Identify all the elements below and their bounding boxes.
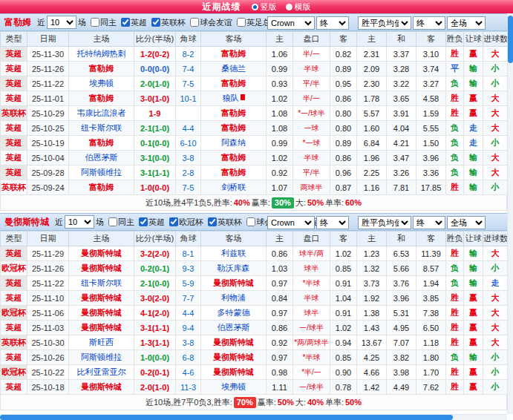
home-team-link[interactable]: 纽卡斯尔联 (81, 123, 122, 132)
team-name[interactable]: 曼彻斯特城 (4, 216, 49, 229)
match-score[interactable]: 0-2(0-1) (134, 261, 176, 276)
match-score[interactable]: 1-0(0-0) (134, 180, 176, 195)
home-team-link[interactable]: 富勒姆 (89, 138, 114, 147)
horizontal-scrollbar-thumb[interactable] (0, 415, 453, 420)
home-team-link[interactable]: 富勒姆 (89, 183, 114, 191)
match-count-select[interactable]: 10 (65, 215, 94, 229)
filter-checkbox[interactable] (237, 18, 246, 27)
filter-checkbox[interactable] (208, 217, 217, 226)
away-team-link[interactable]: 勒沃库森 (218, 263, 250, 272)
competition-filter[interactable]: 英超 (139, 217, 165, 228)
competition-filter[interactable]: 同主 (91, 17, 117, 28)
filter-checkbox[interactable] (121, 18, 130, 27)
vertical-scrollbar-thumb[interactable] (508, 16, 513, 63)
away-team-link[interactable]: 埃弗顿 (221, 382, 246, 391)
avg-stage-select[interactable]: 终 (413, 16, 445, 30)
filter-checkbox[interactable] (108, 217, 117, 226)
away-team-link[interactable]: 富勒姆 (221, 79, 246, 88)
away-team-link[interactable]: 利兹联 (221, 249, 246, 257)
home-team-link[interactable]: 托特纳姆热刺 (77, 49, 126, 58)
away-team-link[interactable]: 富勒姆 (221, 123, 246, 132)
horizontal-scrollbar[interactable] (0, 414, 507, 420)
match-score[interactable]: 1-9 (134, 106, 176, 121)
home-team-link[interactable]: 曼彻斯特城 (81, 382, 122, 391)
home-team-link[interactable]: 阿斯顿维拉 (81, 168, 122, 177)
away-team-link[interactable]: 富勒姆 (221, 168, 246, 177)
competition-filter[interactable]: 英联杯 (208, 217, 242, 228)
bookmaker-select[interactable]: Crown (267, 16, 315, 30)
filter-checkbox[interactable] (139, 217, 148, 226)
scope-select[interactable]: 全场 (447, 16, 486, 30)
vertical-scrollbar[interactable] (507, 13, 513, 414)
home-team-link[interactable]: 阿斯顿维拉 (81, 352, 122, 361)
filter-checkbox[interactable] (151, 18, 160, 27)
home-team-link[interactable]: 曼彻斯特城 (81, 263, 122, 272)
match-score[interactable]: 3-1(1-1) (134, 165, 176, 180)
home-team-link[interactable]: 伯恩茅斯 (85, 153, 118, 162)
layout-option[interactable]: 竖版 (252, 1, 277, 13)
home-team-link[interactable]: 曼彻斯特城 (81, 249, 122, 257)
avg-type-select[interactable]: 胜平负均值 (358, 16, 411, 30)
away-team-link[interactable]: 曼彻斯特城 (213, 367, 254, 376)
away-team-link[interactable]: 阿森纳 (221, 138, 246, 147)
home-team-link[interactable]: 曼彻斯特城 (81, 293, 122, 302)
filter-checkbox[interactable] (91, 18, 99, 27)
away-team-link[interactable]: 狼队 (223, 93, 239, 102)
away-team-link[interactable]: 伯恩茅斯 (218, 323, 250, 332)
match-score[interactable]: 0-1(0-0) (134, 136, 176, 151)
away-team-link[interactable]: 富勒姆 (221, 108, 246, 117)
away-team-link[interactable]: 多特蒙德 (218, 308, 250, 317)
match-score[interactable]: 2-0(1-0) (134, 380, 176, 395)
match-score[interactable]: 2-1(0-0) (134, 276, 176, 291)
match-score[interactable]: 1-3(1-1) (134, 335, 176, 350)
filter-checkbox[interactable] (190, 18, 199, 27)
away-team-link[interactable]: 曼彻斯特城 (213, 352, 254, 361)
match-score[interactable]: 1-0(0-0) (134, 350, 176, 365)
bookmaker-select[interactable]: Crown (267, 216, 315, 229)
home-team-link[interactable]: 曼彻斯特城 (81, 323, 122, 332)
match-score[interactable]: 1-2(0-2) (134, 47, 176, 62)
scope-select[interactable]: 全场 (447, 216, 486, 229)
odds-stage-select[interactable]: 终 (316, 216, 349, 229)
team-name[interactable]: 富勒姆 (4, 16, 31, 29)
radio-selected-icon[interactable] (252, 4, 258, 10)
match-score[interactable]: 2-0(1-0) (134, 76, 176, 91)
competition-filter[interactable]: 球会友谊 (190, 17, 232, 28)
home-team-link[interactable]: 富勒姆 (89, 64, 114, 73)
home-team-link[interactable]: 埃弗顿 (89, 79, 114, 88)
match-score[interactable]: 3-0(2-0) (134, 291, 176, 306)
filter-checkbox[interactable] (169, 217, 178, 226)
competition-filter[interactable]: 欧冠杯 (169, 217, 203, 228)
radio-icon[interactable] (286, 4, 293, 10)
home-team-link[interactable]: 斯旺西 (89, 338, 114, 347)
competition-filter[interactable]: 同主 (108, 217, 134, 228)
odds-stage-select[interactable]: 终 (316, 16, 349, 30)
competition-filter[interactable]: 英联杯 (151, 17, 186, 28)
match-score[interactable]: 3-0(1-0) (134, 91, 176, 106)
away-team-link[interactable]: 富勒姆 (221, 49, 246, 58)
layout-option[interactable]: 横版 (286, 1, 311, 13)
match-score[interactable]: 2-1(1-0) (134, 121, 176, 136)
competition-filter[interactable]: 英超 (121, 17, 147, 28)
avg-type-select[interactable]: 胜平负均值 (358, 216, 411, 229)
home-team-link[interactable]: 曼彻斯特城 (81, 308, 122, 317)
avg-stage-select[interactable]: 终 (413, 216, 445, 229)
home-team-link[interactable]: 比利亚雷亚尔 (77, 367, 126, 376)
away-team-link[interactable]: 桑德兰 (221, 64, 246, 73)
match-score[interactable]: 0-0(0-0) (134, 62, 176, 76)
away-team-link[interactable]: 曼彻斯特城 (213, 278, 254, 287)
match-score[interactable]: 0-2(0-1) (134, 365, 176, 380)
away-team-link[interactable]: 富勒姆 (221, 153, 246, 162)
home-team-link[interactable]: 富勒姆 (89, 93, 114, 102)
home-team-link[interactable]: 韦康比流浪者 (77, 108, 126, 117)
filter-checkbox[interactable] (246, 217, 255, 226)
match-score[interactable]: 3-1(0-0) (134, 151, 176, 165)
match-score[interactable]: 4-1(2-0) (134, 306, 176, 321)
match-score[interactable]: 3-1(1-1) (134, 321, 176, 335)
away-team-link[interactable]: 曼彻斯特城 (213, 338, 254, 347)
away-team-link[interactable]: 利物浦 (221, 293, 246, 302)
away-team-link[interactable]: 剑桥联 (221, 183, 246, 191)
home-team-link[interactable]: 纽卡斯尔联 (81, 278, 122, 287)
match-score[interactable]: 3-2(2-0) (134, 246, 176, 261)
match-count-select[interactable]: 10 (47, 16, 76, 29)
